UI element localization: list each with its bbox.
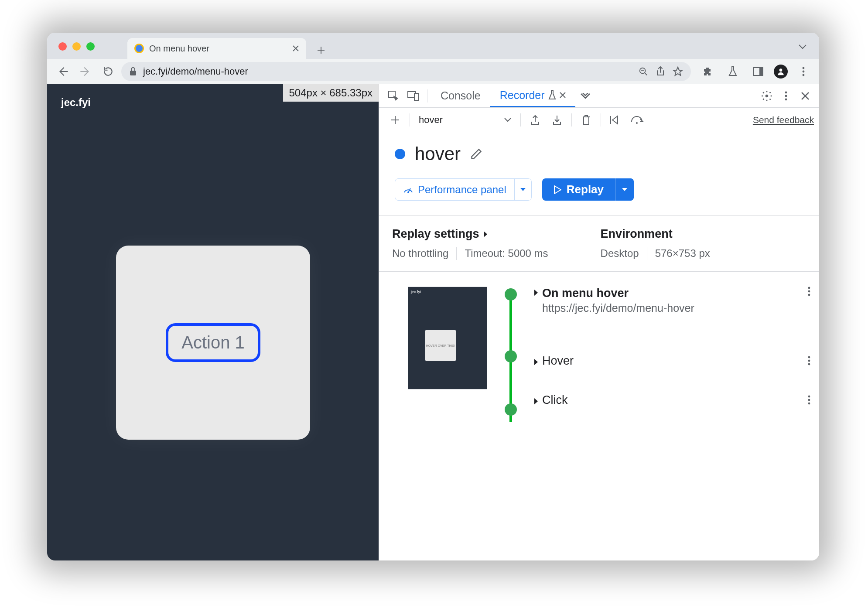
export-icon[interactable]	[524, 111, 546, 129]
replay-button[interactable]: Replay	[542, 178, 634, 201]
svg-point-18	[808, 290, 810, 293]
performance-panel-button[interactable]: Performance panel	[395, 178, 532, 201]
svg-point-12	[785, 91, 787, 93]
play-icon	[554, 185, 561, 194]
close-tab-icon[interactable]	[560, 92, 566, 98]
browser-tab[interactable]: On menu hover	[127, 38, 306, 59]
profile-avatar[interactable]	[774, 65, 788, 79]
step-url: https://jec.fyi/demo/menu-hover	[542, 302, 804, 314]
step-row[interactable]: Hover	[533, 335, 810, 387]
recording-selector[interactable]: hover	[413, 114, 517, 126]
throttling-value: No throttling	[392, 247, 448, 260]
step-replay-icon[interactable]	[605, 111, 626, 129]
svg-rect-10	[414, 93, 419, 100]
svg-point-19	[808, 294, 810, 296]
bookmark-star-icon[interactable]	[673, 66, 683, 77]
timeout-value: Timeout: 5000 ms	[465, 247, 548, 260]
step-name: Click	[542, 393, 568, 407]
lock-icon	[129, 67, 137, 76]
tab-recorder[interactable]: Recorder	[490, 84, 575, 107]
devtools-menu-icon[interactable]	[776, 91, 796, 101]
extensions-icon[interactable]	[698, 62, 717, 81]
replay-dropdown-icon[interactable]	[615, 178, 634, 201]
tab-strip: On menu hover	[47, 33, 819, 59]
svg-point-6	[803, 71, 805, 73]
recording-title: hover	[415, 144, 461, 164]
delete-icon[interactable]	[575, 111, 597, 129]
replay-settings-heading[interactable]: Replay settings	[392, 227, 548, 241]
svg-rect-3	[759, 68, 763, 75]
viewport-value: 576×753 px	[655, 247, 710, 260]
gauge-icon	[403, 184, 413, 195]
svg-point-24	[808, 399, 810, 401]
close-window-button[interactable]	[58, 42, 67, 51]
device-value: Desktop	[601, 247, 639, 260]
viewport-size-overlay: 504px × 685.33px	[283, 84, 379, 102]
address-bar: jec.fyi/demo/menu-hover	[47, 59, 819, 84]
devtools-panel: Console Recorder hover	[379, 84, 819, 560]
page-preview: jec.fyi 504px × 685.33px Action 1	[47, 84, 379, 560]
site-name: jec.fyi	[61, 96, 91, 109]
demo-card: Action 1	[116, 246, 310, 440]
chevron-down-icon	[504, 117, 512, 123]
svg-point-13	[785, 95, 787, 97]
svg-point-25	[808, 403, 810, 405]
back-button[interactable]	[53, 62, 72, 81]
recorder-toolbar: hover Send feedback	[379, 108, 819, 132]
minimize-window-button[interactable]	[72, 42, 81, 51]
forward-button[interactable]	[76, 62, 95, 81]
device-toolbar-icon[interactable]	[403, 91, 424, 101]
side-panel-icon[interactable]	[748, 62, 768, 81]
edit-title-icon[interactable]	[470, 148, 482, 160]
svg-point-14	[785, 98, 787, 100]
new-recording-button[interactable]	[384, 111, 406, 129]
zoom-out-icon[interactable]	[639, 67, 648, 76]
beaker-icon	[548, 90, 556, 100]
caret-right-icon	[533, 359, 539, 366]
svg-point-16	[407, 191, 409, 193]
svg-point-21	[808, 360, 810, 362]
caret-right-icon	[533, 398, 539, 405]
close-tab-icon[interactable]	[292, 45, 299, 52]
browser-window: On menu hover jec.fyi/demo/menu-hover	[47, 33, 819, 560]
window-controls	[58, 42, 95, 51]
step-timeline	[500, 287, 520, 413]
send-feedback-link[interactable]: Send feedback	[753, 115, 814, 125]
step-row[interactable]: On menu hover https://jec.fyi/demo/menu-…	[533, 287, 810, 335]
tab-title: On menu hover	[149, 44, 287, 54]
step-menu-icon[interactable]	[808, 395, 810, 405]
action-button[interactable]: Action 1	[166, 323, 260, 362]
step-menu-icon[interactable]	[808, 287, 810, 296]
performance-dropdown-icon[interactable]	[514, 179, 531, 200]
url-text: jec.fyi/demo/menu-hover	[143, 66, 248, 77]
settings-gear-icon[interactable]	[757, 90, 776, 102]
step-menu-icon[interactable]	[808, 356, 810, 366]
tab-list-chevron-icon[interactable]	[798, 44, 807, 50]
step-over-icon[interactable]	[626, 111, 648, 129]
maximize-window-button[interactable]	[86, 42, 95, 51]
svg-point-4	[779, 68, 783, 72]
reload-button[interactable]	[99, 62, 118, 81]
browser-menu-icon[interactable]	[794, 62, 813, 81]
share-icon[interactable]	[656, 66, 665, 77]
close-devtools-icon[interactable]	[796, 92, 815, 100]
content-area: jec.fyi 504px × 685.33px Action 1 Consol…	[47, 84, 819, 560]
caret-right-icon	[533, 289, 539, 296]
omnibox[interactable]: jec.fyi/demo/menu-hover	[121, 62, 691, 81]
step-row[interactable]: Click	[533, 387, 810, 413]
svg-point-17	[808, 287, 810, 289]
svg-point-11	[765, 94, 769, 97]
more-tabs-icon[interactable]	[575, 93, 595, 99]
labs-icon[interactable]	[723, 62, 742, 81]
tab-console[interactable]: Console	[431, 84, 490, 107]
svg-point-7	[803, 74, 805, 76]
svg-point-20	[808, 356, 810, 359]
import-icon[interactable]	[546, 111, 568, 129]
inspect-element-icon[interactable]	[383, 90, 403, 102]
svg-rect-0	[130, 71, 136, 75]
svg-point-22	[808, 363, 810, 366]
new-tab-button[interactable]	[312, 41, 330, 59]
devtools-tabstrip: Console Recorder	[379, 84, 819, 108]
environment-heading: Environment	[601, 227, 710, 241]
svg-point-15	[636, 122, 638, 124]
